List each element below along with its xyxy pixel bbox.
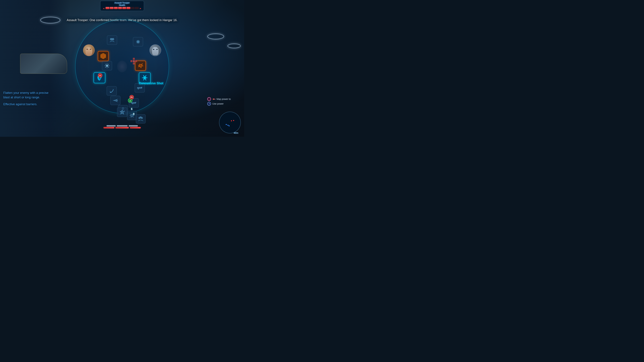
- use-power-text: Use power: [212, 102, 224, 105]
- cryo-icon: [104, 63, 110, 69]
- center-character: [116, 60, 129, 73]
- ally-dot-1: [226, 124, 227, 125]
- ceiling-ring-far-right: [228, 43, 241, 48]
- dpad-dot-2: [214, 99, 215, 99]
- r1-badge: R1: [130, 95, 134, 99]
- eye-l: [86, 49, 88, 50]
- health-arrow-left: ◄: [102, 7, 105, 10]
- desc-line-2: blast at short or long range.: [3, 95, 48, 100]
- ability-burst-bottom[interactable]: [127, 111, 137, 120]
- rifle-icon: [136, 85, 143, 91]
- map-power-text: Map power to: [216, 98, 231, 100]
- cross-button-icon: ✕: [207, 102, 211, 106]
- arc-shield-bars: [106, 125, 138, 126]
- dpad-wheel: [130, 58, 137, 64]
- ability-top-right[interactable]: [133, 37, 143, 46]
- ceiling-ring-right: [207, 33, 224, 39]
- dpad-right: [135, 60, 137, 62]
- svg-point-0: [110, 38, 112, 40]
- desc-line-1: Flatten your enemy with a precise: [3, 91, 48, 95]
- health-seg-2: [110, 7, 114, 9]
- svg-point-10: [106, 65, 108, 66]
- ability-tooltip: Concussive Shot: [139, 82, 163, 85]
- ability-missile[interactable]: [110, 96, 120, 105]
- eye-r: [90, 49, 91, 50]
- group-bottom-icon: [137, 116, 144, 122]
- dpad-up: [133, 58, 135, 60]
- l1-badge: L1: [98, 73, 102, 78]
- arc-health-bars: [104, 127, 141, 128]
- dpad-grid: [130, 58, 137, 64]
- wheel-number-6: 6: [131, 108, 132, 111]
- desc-spacer: [3, 100, 48, 102]
- ship-vehicle: [20, 54, 67, 74]
- wheel-number-8: 8: [133, 113, 134, 116]
- health-seg-8: [135, 7, 139, 9]
- svg-point-11: [144, 77, 146, 79]
- svg-rect-22: [131, 103, 136, 104]
- dpad-dot-1: [213, 98, 214, 100]
- left-character-portrait: [83, 44, 95, 56]
- player-health-arc: [104, 125, 141, 128]
- turian-eye-r: [156, 49, 158, 50]
- power-wheel: L1: [75, 19, 169, 113]
- ability-explosion[interactable]: [117, 108, 127, 117]
- square-button-icon: □: [207, 97, 211, 101]
- portrait-bg-right: [150, 44, 161, 56]
- char-shadow: [117, 61, 127, 72]
- ally-dot-2: [228, 125, 228, 126]
- svg-rect-14: [138, 88, 139, 89]
- turian-face: [152, 47, 158, 55]
- health-seg-4: [118, 7, 122, 9]
- health-arc-seg-1: [104, 127, 114, 128]
- health-seg-6: [126, 7, 130, 9]
- cross-symbol: ✕: [208, 103, 210, 105]
- ceiling-ring-left: [40, 17, 60, 23]
- shield-seg-1: [106, 125, 116, 126]
- health-segments: ◄ ►: [102, 7, 142, 10]
- ability-group-bottom[interactable]: [136, 114, 146, 123]
- health-seg-7: [131, 7, 134, 9]
- dpad-down: [133, 62, 135, 64]
- shield-seg-2: [117, 125, 128, 126]
- dpad-small: [213, 98, 215, 100]
- missile-icon: [112, 97, 119, 104]
- group-icon: [109, 37, 116, 43]
- desc-line-4: Effective against barriers.: [3, 102, 48, 107]
- ability-left-biotic[interactable]: [98, 51, 109, 61]
- shield-seg-3: [129, 125, 138, 126]
- control-hints: □ Map power to ✕ Use power: [207, 97, 231, 107]
- svg-point-3: [138, 41, 138, 42]
- health-label: Assault Trooper Health: [114, 2, 130, 6]
- svg-rect-12: [137, 87, 142, 88]
- biotic-icon: [100, 53, 107, 59]
- svg-rect-24: [132, 103, 133, 104]
- svg-rect-13: [141, 87, 142, 87]
- gear-icon: [135, 39, 142, 45]
- enemy-health-bar: Assault Trooper Health ◄ ►: [100, 1, 144, 11]
- enemy-dot-1: [231, 120, 232, 121]
- health-arrow-right: ►: [140, 7, 142, 10]
- ability-bottom-left[interactable]: [107, 86, 117, 95]
- svg-line-16: [116, 101, 118, 102]
- square-symbol: □: [209, 98, 210, 100]
- dpad-center: [133, 60, 135, 62]
- face: [86, 47, 92, 56]
- tech-icon: [137, 62, 144, 69]
- dpad-left: [130, 60, 132, 62]
- hook-icon: [108, 88, 115, 94]
- health-arc-seg-2: [116, 127, 129, 128]
- minimap: [219, 112, 241, 133]
- svg-point-1: [112, 38, 114, 40]
- minimap-content: [219, 112, 240, 133]
- map-power-hint: □ Map power to: [207, 97, 231, 101]
- svg-line-15: [116, 99, 118, 99]
- ability-cryo[interactable]: [102, 61, 112, 70]
- svg-point-21: [140, 116, 142, 118]
- ability-top-left[interactable]: [107, 35, 117, 45]
- ability-description: Flatten your enemy with a precise blast …: [3, 91, 48, 107]
- portrait-bg: [83, 44, 95, 56]
- health-arc-seg-3: [130, 127, 141, 128]
- turian-eye-l: [153, 49, 154, 50]
- health-seg-3: [114, 7, 118, 9]
